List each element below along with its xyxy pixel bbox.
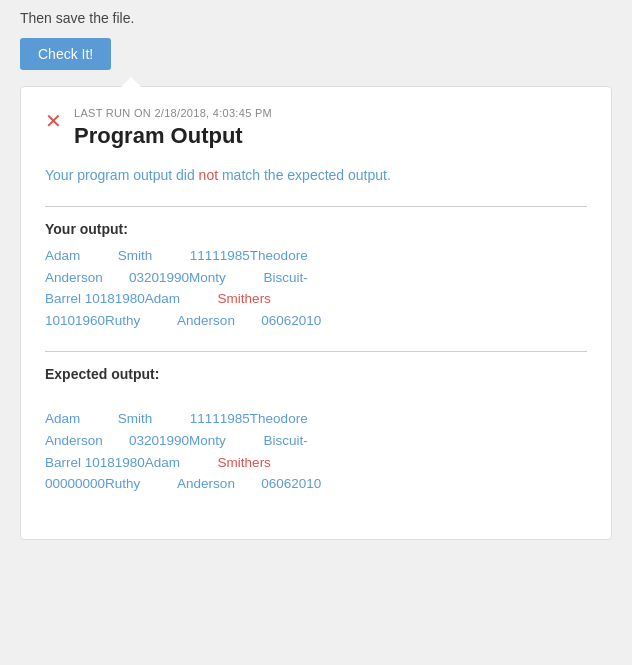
last-run-label: LAST RUN on 2/18/2018, 4:03:45 PM: [74, 107, 272, 119]
error-icon: ✕: [45, 109, 62, 133]
divider-2: [45, 351, 587, 352]
expected-output-text: Adam Smith 11111985Theodore Anderson 032…: [45, 408, 587, 494]
card-header: ✕ LAST RUN on 2/18/2018, 4:03:45 PM Prog…: [45, 107, 587, 149]
card-triangle: [121, 77, 141, 87]
intro-text: Then save the file.: [20, 10, 612, 26]
your-output-text: Adam Smith 11111985Theodore Anderson 032…: [45, 245, 587, 331]
output-card: ✕ LAST RUN on 2/18/2018, 4:03:45 PM Prog…: [20, 86, 612, 540]
check-it-button[interactable]: Check It!: [20, 38, 111, 70]
divider-1: [45, 206, 587, 207]
mismatch-message: Your program output did not match the ex…: [45, 165, 587, 186]
expected-output-label: Expected output:: [45, 366, 587, 382]
mismatch-after: match the expected output.: [218, 167, 391, 183]
expected-output-section: Expected output: Adam Smith 11111985Theo…: [45, 366, 587, 494]
your-output-label: Your output:: [45, 221, 587, 237]
program-output-title: Program Output: [74, 123, 272, 149]
header-right: LAST RUN on 2/18/2018, 4:03:45 PM Progra…: [74, 107, 272, 149]
mismatch-not: not: [199, 167, 218, 183]
mismatch-before: Your program output did: [45, 167, 199, 183]
